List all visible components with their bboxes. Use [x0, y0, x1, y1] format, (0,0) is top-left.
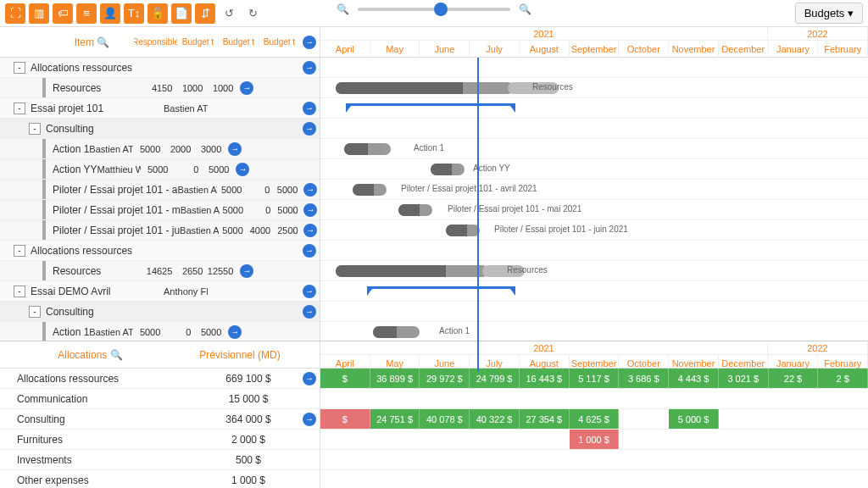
task-row[interactable]: Piloter / Essai projet 101 - mBastien AT…	[0, 200, 320, 220]
alloc-cell[interactable]: 40 078 $	[420, 409, 470, 429]
unlock-icon[interactable]: 🔓	[147, 3, 168, 24]
task-row[interactable]: Action 1Bastien ATI500020003000→	[0, 139, 320, 159]
alloc-cell[interactable]	[669, 430, 719, 449]
expand-toggle[interactable]: -	[14, 103, 25, 114]
alloc-cell[interactable]	[370, 450, 420, 469]
task-row[interactable]: Resources415010001000→	[0, 78, 320, 98]
zoom-in-icon[interactable]: 🔍	[337, 3, 349, 15]
alloc-cell[interactable]: 4 625 $	[570, 409, 620, 429]
row-arrow-icon[interactable]: →	[236, 163, 249, 176]
alloc-cell[interactable]	[719, 470, 769, 488]
list-icon[interactable]: ≡	[76, 3, 97, 24]
alloc-cell[interactable]: 16 443 $	[520, 369, 570, 388]
alloc-row[interactable]: Furnitures2 000 $	[0, 430, 320, 450]
alloc-cell[interactable]	[619, 409, 669, 429]
alloc-cell[interactable]	[420, 470, 470, 488]
alloc-cell[interactable]	[669, 450, 719, 469]
search-icon[interactable]: 🔍	[110, 349, 123, 361]
alloc-cell[interactable]	[520, 450, 570, 469]
alloc-cell[interactable]	[420, 389, 470, 408]
month-cell[interactable]: January	[769, 41, 819, 58]
row-arrow-icon[interactable]: →	[303, 61, 316, 75]
expand-toggle[interactable]: -	[29, 306, 41, 318]
gantt-area[interactable]: Resources▸Action 1Action YYPiloter / Ess…	[320, 58, 868, 371]
row-arrow-icon[interactable]: →	[240, 264, 253, 278]
alloc-cell[interactable]	[470, 389, 520, 408]
gantt-bar[interactable]	[373, 326, 420, 338]
alloc-cell[interactable]	[370, 470, 420, 488]
alloc-cell[interactable]	[818, 450, 868, 469]
alloc-cell[interactable]: 40 322 $	[470, 409, 520, 429]
budgets-dropdown[interactable]: Budgets ▾	[795, 3, 863, 24]
gantt-bracket[interactable]	[346, 103, 515, 114]
alloc-cell[interactable]: 5 000 $	[669, 409, 719, 429]
expand-toggle[interactable]: -	[14, 286, 25, 297]
alloc-row[interactable]: Consulting364 000 $→	[0, 409, 320, 430]
row-arrow-icon[interactable]: →	[240, 81, 253, 95]
task-row[interactable]: -Allocations ressources→	[0, 241, 320, 261]
alloc-cell[interactable]: 3 021 $	[719, 369, 769, 388]
alloc-cell[interactable]	[570, 470, 620, 488]
task-row[interactable]: Action YYMatthieu W500005000→	[0, 159, 320, 180]
alloc-cell[interactable]	[320, 450, 370, 469]
task-row[interactable]: -Consulting→	[0, 119, 320, 139]
chevron-icon[interactable]: ▸	[331, 124, 335, 132]
alloc-row[interactable]: Allocations ressources669 100 $→	[0, 369, 320, 389]
expand-toggle[interactable]: -	[29, 123, 41, 135]
row-arrow-icon[interactable]: →	[303, 102, 316, 115]
alloc-cell[interactable]	[570, 389, 620, 408]
alloc-cell[interactable]: $	[320, 409, 370, 429]
alloc-cell[interactable]	[769, 450, 819, 469]
task-row[interactable]: Resources14625265012550→	[0, 261, 320, 281]
alloc-cell[interactable]	[619, 470, 669, 488]
row-arrow-icon[interactable]: →	[303, 305, 316, 319]
alloc-cell[interactable]	[619, 430, 669, 449]
alloc-cell[interactable]	[320, 470, 370, 488]
alloc-cell[interactable]	[570, 450, 620, 469]
alloc-cell[interactable]	[719, 409, 769, 429]
expand-toggle[interactable]: -	[14, 62, 25, 74]
alloc-cell[interactable]	[818, 389, 868, 408]
task-row[interactable]: Piloter / Essai projet 101 - aBastien AT…	[0, 180, 320, 200]
alloc-cell[interactable]	[719, 450, 769, 469]
alloc-cell[interactable]: $	[320, 369, 370, 388]
alloc-cell[interactable]	[769, 409, 819, 429]
sort-icon[interactable]: ⇵	[195, 3, 215, 24]
alloc-cell[interactable]	[520, 430, 570, 449]
gantt-bar[interactable]	[446, 225, 480, 236]
alloc-cell[interactable]	[669, 389, 719, 408]
alloc-cell[interactable]: 24 751 $	[370, 409, 420, 429]
month-cell[interactable]: October	[619, 41, 669, 58]
row-arrow-icon[interactable]: →	[303, 224, 317, 237]
alloc-cell[interactable]	[619, 450, 669, 469]
alloc-cell[interactable]	[470, 470, 520, 488]
alloc-cell[interactable]	[370, 430, 420, 449]
alloc-cell[interactable]: 36 899 $	[370, 369, 420, 388]
task-row[interactable]: -Allocations ressources→	[0, 58, 320, 78]
alloc-cell[interactable]: 4 443 $	[669, 369, 719, 388]
gantt-bar[interactable]	[344, 143, 391, 155]
gantt-bar[interactable]	[336, 82, 514, 94]
row-arrow-icon[interactable]: →	[303, 372, 316, 385]
row-arrow-icon[interactable]: →	[303, 413, 316, 426]
tag-icon[interactable]: 🏷	[53, 3, 73, 24]
month-cell[interactable]: February	[818, 41, 868, 58]
alloc-cell[interactable]: 5 117 $	[570, 369, 620, 388]
task-row[interactable]: -Consulting→	[0, 302, 320, 322]
month-cell[interactable]: August	[520, 41, 570, 58]
row-arrow-icon[interactable]: →	[303, 244, 316, 258]
col-budget1[interactable]: Budget t	[177, 37, 218, 47]
gantt-bar[interactable]	[336, 265, 488, 277]
search-icon[interactable]: 🔍	[97, 36, 109, 48]
zoom-out-icon[interactable]: 🔍	[519, 3, 531, 15]
alloc-cell[interactable]: 2 $	[818, 369, 868, 388]
row-arrow-icon[interactable]: →	[303, 183, 317, 197]
task-row[interactable]: -Essai projet 101Bastien ATI→	[0, 98, 320, 119]
gantt-bar[interactable]	[431, 164, 465, 175]
alloc-cell[interactable]	[769, 389, 819, 408]
alloc-cell[interactable]	[320, 389, 370, 408]
file-icon[interactable]: 📄	[171, 3, 192, 24]
alloc-cell[interactable]	[470, 450, 520, 469]
month-cell[interactable]: September	[570, 41, 620, 58]
alloc-cell[interactable]	[370, 389, 420, 408]
